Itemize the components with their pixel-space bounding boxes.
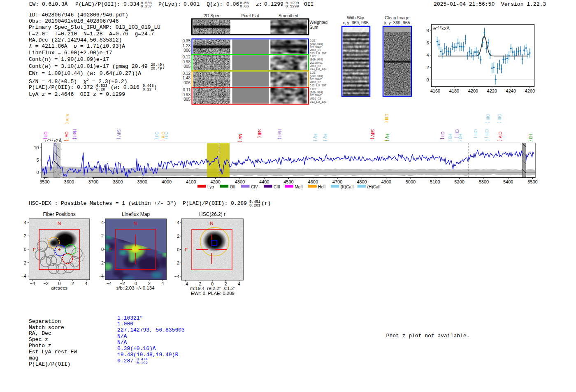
svg-text:2D Spec: 2D Spec <box>204 13 220 18</box>
svg-text:1.68": 1.68" <box>310 88 317 90</box>
svg-text:Lyα: Lyα <box>207 185 214 189</box>
svg-text:0.98: 0.98 <box>183 60 191 64</box>
svg-text:4800: 4800 <box>357 179 367 184</box>
svg-text:N: N <box>134 221 137 226</box>
svg-text:OII {: OII { <box>154 132 159 140</box>
svg-text:Hγ {: Hγ { <box>385 134 390 141</box>
svg-text:0.11: 0.11 <box>183 88 190 92</box>
svg-text:5: 5 <box>36 158 39 162</box>
svg-text:4200: 4200 <box>210 179 220 184</box>
svg-text:E: E <box>185 247 188 252</box>
svg-text:v016_02: v016_02 <box>310 81 321 84</box>
svg-text:Clean Image: Clean Image <box>385 15 409 20</box>
svg-text:4160: 4160 <box>430 88 440 93</box>
svg-text:−2: −2 <box>43 281 49 286</box>
svg-text:5400: 5400 <box>503 179 513 184</box>
svg-text:(K)CaII: (K)CaII <box>341 185 354 189</box>
svg-text:6: 6 <box>426 40 429 45</box>
svg-text:4: 4 <box>177 220 179 225</box>
svg-text:HSC(26.2) r: HSC(26.2) r <box>199 211 225 217</box>
svg-text:3500: 3500 <box>39 179 49 184</box>
svg-text:{: { <box>485 139 490 141</box>
svg-text:4240: 4240 <box>506 88 516 93</box>
svg-text:20190401: 20190401 <box>310 46 323 49</box>
svg-text:0.12: 0.12 <box>183 71 191 76</box>
svg-text:3600: 3600 <box>64 179 74 184</box>
svg-text:2: 2 <box>101 233 104 238</box>
svg-text:E: E <box>33 247 36 252</box>
svg-text:OII: OII <box>230 185 235 189</box>
svg-text:−4: −4 <box>107 281 112 286</box>
svg-text:(369, 974): (369, 974) <box>310 58 323 61</box>
svg-text:4400: 4400 <box>259 179 269 184</box>
svg-text:Smoothed: Smoothed <box>279 13 298 18</box>
svg-text:Sum: Sum <box>309 25 318 30</box>
svg-text:CIII: CIII <box>274 185 280 189</box>
svg-text:CII {: CII { <box>440 132 445 140</box>
svg-text:−2: −2 <box>174 260 179 265</box>
svg-text:(369, 965): (369, 965) <box>310 42 323 46</box>
svg-text:s/b: 2.03 +/- 0.134: s/b: 2.03 +/- 0.134 <box>116 285 155 290</box>
svg-text:m:19.4 re:2.2" s:1.2": m:19.4 re:2.2" s:1.2" <box>190 286 235 291</box>
svg-text:4300: 4300 <box>235 179 245 184</box>
svg-text:3700: 3700 <box>88 179 98 184</box>
svg-text:006: 006 <box>183 81 190 85</box>
svg-text:5300: 5300 <box>479 179 489 184</box>
svg-text:0: 0 <box>426 77 429 82</box>
svg-text:Hγ {: Hγ { <box>323 134 327 141</box>
svg-text:4100: 4100 <box>186 179 196 184</box>
svg-text:5000: 5000 <box>406 179 416 184</box>
svg-text:HeII {: HeII { <box>72 129 77 139</box>
svg-text:x, y: 369, 965: x, y: 369, 965 <box>384 20 410 25</box>
svg-text:−2: −2 <box>21 260 26 265</box>
svg-text:0.35: 0.35 <box>183 39 191 43</box>
svg-text:5500: 5500 <box>527 179 537 184</box>
svg-text:0.21": 0.21" <box>310 39 317 42</box>
svg-text:4500: 4500 <box>283 179 293 184</box>
svg-text:SiIV {: SiIV { <box>370 129 375 139</box>
svg-text:0: 0 <box>24 247 26 252</box>
svg-text:CIV: CIV <box>251 185 258 189</box>
svg-text:4: 4 <box>426 53 429 58</box>
svg-text:(369, 974): (369, 974) <box>310 91 323 94</box>
svg-text:OIII {: OIII { <box>473 129 478 139</box>
svg-text:x, y: 369, 965: x, y: 369, 965 <box>342 20 368 25</box>
svg-text:4260: 4260 <box>525 88 535 93</box>
svg-text:HeII {: HeII { <box>277 129 282 139</box>
svg-text:v016_03: v016_03 <box>310 97 321 100</box>
svg-text:OII {: OII { <box>164 132 168 140</box>
svg-text:−4: −4 <box>174 274 179 279</box>
svg-text:NV {: NV { <box>238 134 242 142</box>
svg-text:4: 4 <box>101 220 104 225</box>
svg-text:4900: 4900 <box>381 179 391 184</box>
svg-text:CIV {: CIV { <box>498 132 502 141</box>
svg-text:0: 0 <box>101 247 104 252</box>
svg-text:EWr: 0. PLAE: 0.289: EWr: 0. PLAE: 0.289 <box>191 291 235 296</box>
svg-text:Pixel Flat: Pixel Flat <box>241 13 259 18</box>
svg-text:Hγ {: Hγ { <box>313 134 318 141</box>
svg-text:20190401: 20190401 <box>310 78 323 81</box>
svg-text:5100: 5100 <box>430 179 440 184</box>
svg-text:20190401: 20190401 <box>310 61 323 64</box>
svg-text:(369, 965): (369, 965) <box>310 74 323 78</box>
svg-text:Fiber Positions: Fiber Positions <box>43 211 76 217</box>
svg-text:2: 2 <box>426 65 429 70</box>
svg-text:With Sky: With Sky <box>347 15 364 20</box>
svg-text:SiIV {: SiIV { <box>116 129 121 139</box>
svg-text:4: 4 <box>238 281 240 286</box>
svg-text:E: E <box>109 247 112 252</box>
svg-text:4180: 4180 <box>449 88 459 93</box>
svg-text:0.12: 0.12 <box>183 55 191 59</box>
svg-text:CII {: CII { <box>43 132 48 140</box>
svg-text:1.48: 1.48 <box>183 76 191 80</box>
svg-text:arcsecs: arcsecs <box>51 285 67 290</box>
svg-text:005: 005 <box>183 97 190 102</box>
svg-text:v016_02: v016_02 <box>310 65 321 68</box>
svg-text:OIII {: OIII { <box>484 129 489 139</box>
svg-text:Lineflux Map: Lineflux Map <box>122 211 150 217</box>
svg-text:3900: 3900 <box>137 179 147 184</box>
svg-text:006: 006 <box>183 48 190 53</box>
svg-text:4: 4 <box>161 281 164 286</box>
svg-text:OIII (: OIII ( <box>497 114 502 123</box>
svg-text:N: N <box>210 221 213 226</box>
